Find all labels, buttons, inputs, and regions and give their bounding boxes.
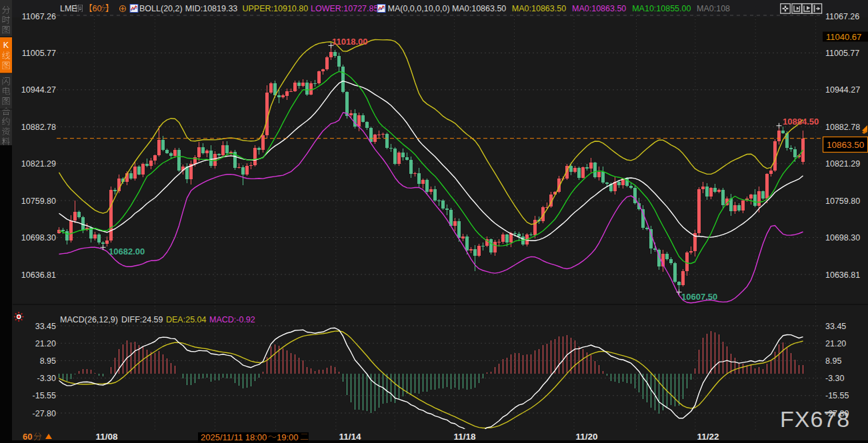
svg-text:MA0:10863.50: MA0:10863.50 (572, 4, 626, 13)
svg-text:UPPER:10910.80: UPPER:10910.80 (243, 4, 309, 13)
svg-text:10821.29: 10821.29 (21, 159, 56, 169)
svg-text:10882.78: 10882.78 (21, 123, 56, 132)
svg-text:11067.26: 11067.26 (22, 12, 56, 21)
svg-text:K: K (3, 41, 9, 50)
svg-text:33.45: 33.45 (825, 322, 846, 331)
svg-text:MA0:108: MA0:108 (697, 4, 730, 13)
svg-text:21.20: 21.20 (825, 339, 846, 348)
svg-text:19:00: 19:00 (277, 432, 299, 442)
svg-text:10636.81: 10636.81 (825, 270, 860, 280)
svg-text:MA10:10855.00: MA10:10855.00 (632, 4, 691, 13)
svg-text:11018.00: 11018.00 (332, 37, 368, 47)
svg-text:10698.30: 10698.30 (21, 233, 56, 242)
svg-text:-3.30: -3.30 (825, 374, 845, 383)
svg-text:10698.30: 10698.30 (825, 233, 860, 242)
svg-text:11/20: 11/20 (575, 432, 597, 442)
svg-text:BOLL(20,2): BOLL(20,2) (139, 4, 183, 13)
svg-text:11005.77: 11005.77 (825, 49, 859, 58)
svg-text:MACD(26,12,9): MACD(26,12,9) (60, 315, 118, 324)
svg-text:DEA:25.04: DEA:25.04 (166, 315, 207, 324)
svg-text:11/22: 11/22 (697, 432, 719, 442)
svg-text:8.95: 8.95 (40, 356, 56, 366)
svg-text:11067.26: 11067.26 (825, 12, 859, 21)
svg-text:21.20: 21.20 (35, 339, 56, 348)
svg-text:10944.27: 10944.27 (825, 85, 860, 95)
svg-text:10759.80: 10759.80 (825, 197, 860, 206)
svg-text:11/18: 11/18 (453, 432, 476, 442)
svg-text:10759.80: 10759.80 (21, 197, 56, 206)
svg-text:10882.78: 10882.78 (825, 123, 860, 132)
svg-text:-3.30: -3.30 (37, 374, 57, 383)
svg-text:LOWER:10727.85: LOWER:10727.85 (311, 4, 378, 13)
svg-text:MID:10819.33: MID:10819.33 (185, 4, 238, 13)
svg-text:8.95: 8.95 (825, 356, 841, 366)
svg-text:60: 60 (23, 432, 32, 442)
svg-text:33.45: 33.45 (35, 322, 56, 331)
svg-text:2025/11/11 18:00: 2025/11/11 18:00 (201, 432, 267, 442)
svg-text:10607.50: 10607.50 (681, 292, 717, 302)
svg-text:DIFF:24.59: DIFF:24.59 (121, 315, 163, 324)
svg-text:11/08: 11/08 (95, 432, 118, 442)
svg-text:MA0:10863.50: MA0:10863.50 (512, 4, 566, 13)
svg-text:-15.55: -15.55 (33, 391, 56, 400)
svg-text:10884.50: 10884.50 (783, 117, 819, 127)
svg-text:11005.77: 11005.77 (22, 49, 56, 58)
svg-text:FX678: FX678 (780, 406, 850, 432)
svg-text:-27.80: -27.80 (33, 409, 56, 418)
svg-text:LME: LME (60, 4, 77, 13)
svg-text:10682.00: 10682.00 (109, 246, 145, 256)
svg-text:60: 60 (93, 4, 102, 13)
svg-text:MA0:10863.50: MA0:10863.50 (452, 4, 506, 13)
svg-text:MA(0,0,0,10,0,0): MA(0,0,0,10,0,0) (388, 4, 450, 13)
svg-text:10636.81: 10636.81 (21, 270, 56, 280)
svg-text:10821.29: 10821.29 (825, 159, 860, 169)
svg-text:11/14: 11/14 (339, 432, 361, 442)
svg-text:10944.27: 10944.27 (21, 85, 56, 95)
svg-text:MACD:-0.92: MACD:-0.92 (209, 315, 255, 324)
svg-text:11040.67: 11040.67 (826, 32, 861, 42)
svg-text:-15.55: -15.55 (825, 391, 849, 400)
svg-text:10863.50: 10863.50 (827, 140, 864, 150)
